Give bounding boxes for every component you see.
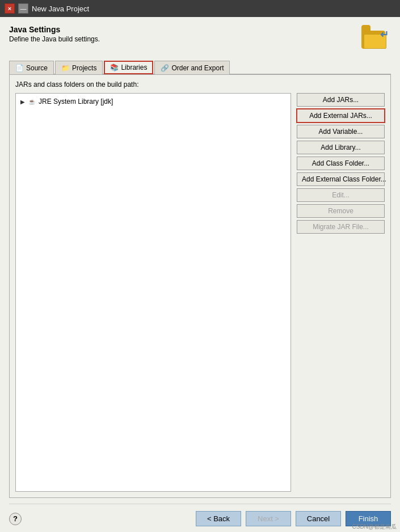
folder-icon: ↵ [361,25,389,49]
close-icon: × [8,5,11,12]
libraries-tab-icon: 📚 [110,64,119,71]
edit-button[interactable]: Edit... [297,188,385,202]
migrate-jar-button[interactable]: Migrate JAR File... [297,220,385,234]
header-icon: ↵ [361,25,391,54]
source-tab-icon: 📄 [15,64,24,72]
minimize-icon: — [20,5,27,12]
tabs-row: 📄 Source 📁 Projects 📚 Libraries 🔗 Order … [9,60,391,74]
add-jars-button[interactable]: Add JARs... [297,93,385,107]
tab-projects-label: Projects [72,64,96,72]
content-area: JARs and class folders on the build path… [9,74,391,498]
page-title: Java Settings [9,25,100,34]
jdk-icon: ☕ [27,97,36,106]
order-export-tab-icon: 🔗 [161,64,169,72]
add-variable-button[interactable]: Add Variable... [297,125,385,138]
cancel-button[interactable]: Cancel [296,511,341,526]
tab-projects[interactable]: 📁 Projects [55,61,103,74]
bottom-left: ? [9,513,22,525]
page-subtitle: Define the Java build settings. [9,35,100,43]
tree-item-label: JRE System Library [jdk] [39,98,113,105]
buttons-panel: Add JARs... Add External JARs... Add Var… [297,93,385,492]
header-section: Java Settings Define the Java build sett… [9,25,391,54]
add-class-folder-button[interactable]: Add Class Folder... [297,157,385,170]
arrow-icon: ↵ [380,28,389,41]
help-icon: ? [13,514,18,523]
window-title: New Java Project [32,5,395,13]
tab-libraries[interactable]: 📚 Libraries [104,61,153,74]
main-panel: ▶ ☕ JRE System Library [jdk] Add JARs...… [15,93,385,492]
bottom-bar: ? < Back Next > Cancel Finish [9,504,391,526]
close-button[interactable]: × [5,3,15,14]
add-external-jars-button[interactable]: Add External JARs... [297,109,385,123]
projects-tab-icon: 📁 [61,64,70,72]
next-button[interactable]: Next > [246,511,291,526]
tree-item-jre[interactable]: ▶ ☕ JRE System Library [jdk] [18,96,288,107]
content-description: JARs and class folders on the build path… [15,81,385,88]
tab-libraries-label: Libraries [121,64,147,71]
watermark: CSDN@都是南瓜 [352,523,397,531]
help-button[interactable]: ? [9,513,22,525]
tab-source[interactable]: 📄 Source [9,61,54,74]
remove-button[interactable]: Remove [297,204,385,218]
tree-panel[interactable]: ▶ ☕ JRE System Library [jdk] [15,93,291,492]
tab-order-export-label: Order and Export [171,64,224,72]
minimize-button[interactable]: — [18,3,28,14]
back-button[interactable]: < Back [196,511,241,526]
add-library-button[interactable]: Add Library... [297,141,385,154]
title-bar: × — New Java Project [0,0,400,17]
tree-expand-icon: ▶ [20,99,25,105]
window-body: Java Settings Define the Java build sett… [0,17,400,532]
add-external-class-folder-button[interactable]: Add External Class Folder... [297,172,385,186]
header-text: Java Settings Define the Java build sett… [9,25,100,43]
tab-source-label: Source [26,64,48,72]
tab-order-export[interactable]: 🔗 Order and Export [154,61,230,74]
